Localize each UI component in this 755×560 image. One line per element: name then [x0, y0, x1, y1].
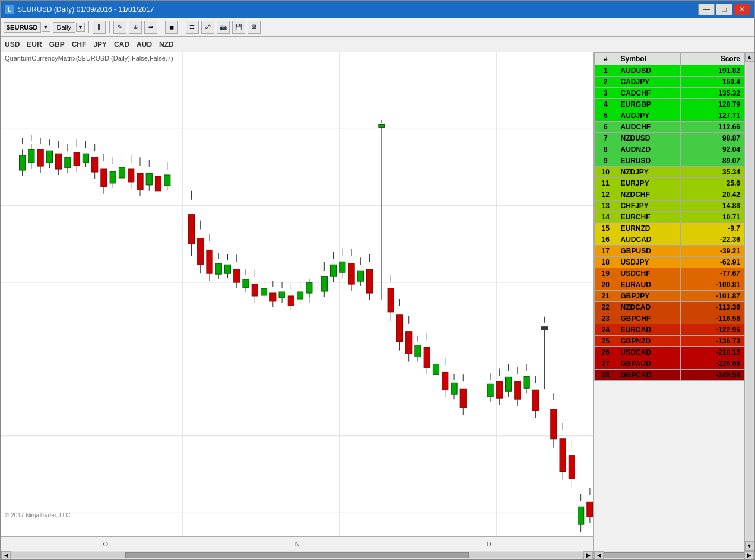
table-row[interactable]: 10NZDJPY35.34 [595, 167, 744, 178]
draw-crosshair[interactable]: ⊕ [129, 21, 142, 34]
export-btn[interactable]: 💾 [232, 21, 245, 34]
currency-aud[interactable]: AUD [137, 40, 152, 49]
table-row[interactable]: 7NZDUSD98.87 [595, 133, 744, 144]
cell-score: 20.42 [680, 189, 744, 201]
cell-rank: 12 [595, 189, 617, 201]
table-row[interactable]: 11EURJPY25.6 [595, 178, 744, 189]
table-row[interactable]: 27GBPAUD-226.68 [595, 358, 744, 370]
hscroll-thumb[interactable] [125, 552, 469, 558]
cell-rank: 2 [595, 77, 617, 88]
cell-symbol: EURAUD [617, 279, 680, 291]
draw-pencil[interactable]: ✎ [113, 21, 126, 34]
table-row[interactable]: 22NZDCAD-113.36 [595, 302, 744, 313]
currency-usd[interactable]: USD [5, 40, 20, 49]
svg-rect-168 [542, 327, 548, 330]
currency-chf[interactable]: CHF [72, 40, 87, 49]
table-row[interactable]: 16AUDCAD-22.36 [595, 234, 744, 246]
currency-jpy[interactable]: JPY [93, 40, 107, 49]
hscroll-left[interactable]: ◀ [1, 551, 11, 559]
symbol-dropdown[interactable]: $EURUSD ▼ [4, 22, 50, 33]
cell-symbol: GBPAUD [617, 358, 680, 370]
svg-rect-102 [306, 282, 312, 293]
table-row[interactable]: 26USDCAD-210.15 [595, 347, 744, 358]
svg-rect-129 [396, 315, 402, 342]
scores-table: # Symbol Score 1AUDUSD191.822CADJPY150.4… [594, 52, 744, 381]
minimize-button[interactable]: — [698, 4, 715, 15]
chart-type-bar[interactable]: ‖ [93, 21, 106, 34]
cell-score: 89.07 [680, 155, 744, 167]
timeframe-dropdown[interactable]: Daily ▼ [53, 22, 85, 33]
svg-rect-96 [288, 296, 294, 306]
print-btn[interactable]: 🖶 [248, 21, 261, 34]
hscroll-right[interactable]: ▶ [583, 551, 593, 559]
timeframe-value[interactable]: Daily [53, 22, 75, 33]
table-row[interactable]: 20EURAUD-100.81 [595, 279, 744, 291]
screenshot-btn[interactable]: 📷 [217, 21, 230, 34]
table-row[interactable]: 14EURCHF10.71 [595, 212, 744, 223]
currency-gbp[interactable]: GBP [49, 40, 65, 49]
table-row[interactable]: 6AUDCHF112.66 [595, 122, 744, 133]
indicators-btn[interactable]: ☷ [186, 21, 199, 34]
table-row[interactable]: 18USDJPY-62.91 [595, 257, 744, 268]
table-row[interactable]: 21GBPJPY-101.87 [595, 291, 744, 302]
svg-rect-123 [379, 124, 385, 127]
svg-rect-111 [340, 262, 345, 272]
svg-rect-27 [65, 157, 71, 168]
svg-rect-114 [348, 263, 354, 284]
table-row[interactable]: 24EURCAD-122.95 [595, 324, 744, 336]
col-header-score: Score [680, 53, 744, 65]
table-row[interactable]: 9EURUSD89.07 [595, 155, 744, 167]
svg-rect-14 [28, 149, 34, 163]
cell-score: -136.73 [680, 336, 744, 347]
table-row[interactable]: 19USDCHF-77.67 [595, 268, 744, 279]
currency-nzd[interactable]: NZD [159, 40, 174, 49]
timeframe-dropdown-arrow[interactable]: ▼ [76, 23, 85, 32]
draw-tool-1[interactable]: ◼ [165, 21, 178, 34]
table-row[interactable]: 28GBPCAD-248.54 [595, 370, 744, 381]
maximize-button[interactable]: □ [716, 4, 732, 15]
svg-rect-48 [128, 169, 134, 182]
cell-symbol: AUDCAD [617, 234, 680, 246]
table-row[interactable]: 5AUDJPY127.71 [595, 110, 744, 122]
svg-rect-75 [224, 265, 230, 273]
svg-rect-54 [146, 173, 152, 185]
cell-rank: 6 [595, 122, 617, 133]
table-row[interactable]: 1AUDUSD191.82 [595, 65, 744, 77]
currency-cad[interactable]: CAD [114, 40, 129, 49]
table-row[interactable]: 12NZDCHF20.42 [595, 189, 744, 201]
vscroll-down[interactable]: ▼ [745, 541, 754, 551]
close-button[interactable]: ✕ [734, 4, 750, 15]
cell-score: 127.71 [680, 110, 744, 122]
cell-symbol: NZDUSD [617, 133, 680, 144]
table-row[interactable]: 4EURGBP128.79 [595, 99, 744, 110]
table-row[interactable]: 23GBPCHF-116.58 [595, 313, 744, 324]
svg-rect-180 [569, 456, 575, 479]
svg-rect-120 [366, 269, 372, 293]
symbol-dropdown-arrow[interactable]: ▼ [42, 23, 50, 32]
chart-canvas-wrapper[interactable]: © 2017 NinjaTrader, LLC [1, 52, 593, 536]
table-row[interactable]: 8AUDNZD92.04 [595, 144, 744, 155]
svg-rect-153 [487, 384, 493, 397]
panel-hscroll-right[interactable]: ▶ [744, 551, 754, 559]
vscroll-up[interactable]: ▲ [745, 52, 754, 62]
draw-arrow[interactable]: ➡ [144, 21, 157, 34]
table-row[interactable]: 3CADCHF135.32 [595, 88, 744, 99]
cell-score: 10.71 [680, 212, 744, 223]
cell-symbol: EURCHF [617, 212, 680, 223]
chart-hscroll[interactable]: ◀ ▶ [1, 551, 593, 559]
chart-area: QuantumCurrencyMatrix($EURUSD (Daily),Fa… [1, 52, 754, 559]
table-row[interactable]: 13CHFJPY14.88 [595, 201, 744, 212]
svg-rect-174 [551, 409, 557, 439]
cell-symbol: USDCHF [617, 268, 680, 279]
cell-score: 25.6 [680, 178, 744, 189]
table-row[interactable]: 2CADJPY150.4 [595, 77, 744, 88]
panel-hscroll-left[interactable]: ◀ [594, 551, 604, 559]
chart-settings[interactable]: ☍ [201, 21, 214, 34]
panel-hscroll-thumb[interactable] [604, 552, 744, 558]
table-row[interactable]: 25GBPNZD-136.73 [595, 336, 744, 347]
currency-eur[interactable]: EUR [27, 40, 42, 49]
table-row[interactable]: 15EURNZD-9.7 [595, 223, 744, 234]
symbol-value[interactable]: $EURUSD [4, 22, 41, 33]
table-row[interactable]: 17GBPUSD-39.21 [595, 246, 744, 257]
hscroll-track [11, 552, 583, 558]
